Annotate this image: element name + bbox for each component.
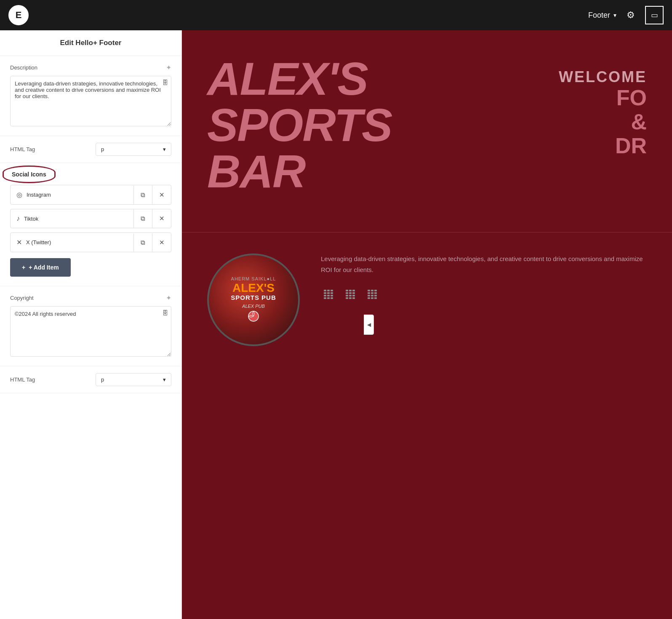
logo-top-text: AHERM SAIKL●LL [231, 276, 276, 281]
copyright-database-icon: 🗄 [162, 310, 168, 316]
tiktok-delete-btn[interactable]: ✕ [152, 209, 171, 228]
logo-sub-text: ALEX PUB [231, 304, 276, 309]
social-icon-2-preview [343, 287, 358, 302]
social-icons-label-wrapper: Social Icons [10, 171, 48, 178]
right-preview: ◀ ALEX'SSPORTSBAR WELCOME FO&DR AHERM SA… [182, 30, 672, 619]
social-icons-preview [321, 287, 647, 302]
instagram-icon: ◎ [16, 191, 22, 199]
html-tag-select[interactable]: p ▾ [96, 143, 171, 156]
top-bar-left: E [8, 5, 29, 25]
tiktok-label[interactable]: ♪ Tiktok [11, 209, 133, 228]
main-area: Edit Hello+ Footer Description ✦ Leverag… [0, 30, 672, 619]
ai-sparkle-icon[interactable]: ✦ [166, 64, 171, 72]
top-bar-right: Footer ▾ ⚙ ▭ [588, 6, 664, 24]
twitter-label[interactable]: ✕ X (Twitter) [11, 233, 133, 252]
social-icon-grid-2 [346, 290, 355, 299]
plus-icon: + [22, 264, 25, 271]
copyright-html-tag-value: p [101, 376, 104, 383]
copyright-section: Copyright ✦ ©2024 All rights reserved 🗄 [0, 286, 181, 366]
tiktok-icon: ♪ [16, 215, 20, 222]
tiktok-text: Tiktok [24, 216, 38, 222]
logo-ball-icon [231, 310, 276, 324]
social-icon-1-preview [321, 287, 336, 302]
logo-letter: E [16, 10, 22, 21]
footer-text: Footer [588, 11, 610, 20]
hero-title: ALEX'SSPORTSBAR [207, 56, 559, 195]
copyright-label-row: Copyright ✦ [10, 294, 171, 302]
social-icons-section: Social Icons ◎ Instagram ⧉ ✕ ♪ Tiktok [0, 163, 181, 286]
description-textarea[interactable]: Leveraging data-driven strategies, innov… [10, 76, 171, 126]
copyright-label: Copyright [10, 295, 34, 301]
panel-header: Edit Hello+ Footer [0, 30, 181, 56]
elementor-logo[interactable]: E [8, 5, 29, 25]
top-bar: E Footer ▾ ⚙ ▭ [0, 0, 672, 30]
select-chevron-icon: ▾ [163, 146, 166, 152]
social-icons-label: Social Icons [10, 170, 48, 179]
footer-label-btn[interactable]: Footer ▾ [588, 11, 616, 20]
copyright-textarea-wrapper: ©2024 All rights reserved 🗄 [10, 306, 171, 358]
description-label: Description [10, 64, 37, 71]
copyright-ai-icon[interactable]: ✦ [166, 294, 171, 302]
copyright-textarea[interactable]: ©2024 All rights reserved [10, 306, 171, 357]
social-item-twitter: ✕ X (Twitter) ⧉ ✕ [10, 232, 171, 252]
gear-icon[interactable]: ⚙ [627, 10, 635, 21]
hero-title-area: ALEX'SSPORTSBAR [207, 56, 559, 195]
hero-right-col: WELCOME FO&DR [559, 56, 647, 158]
instagram-actions: ⧉ ✕ [133, 186, 171, 204]
chevron-down-icon: ▾ [613, 12, 616, 19]
html-tag-row: HTML Tag p ▾ [0, 136, 181, 163]
social-item-tiktok: ♪ Tiktok ⧉ ✕ [10, 209, 171, 228]
copyright-html-tag-select[interactable]: p ▾ [96, 373, 171, 386]
social-item-instagram: ◎ Instagram ⧉ ✕ [10, 185, 171, 205]
logo-main-text: ALEX'S [231, 282, 276, 294]
panel-title: Edit Hello+ Footer [60, 39, 122, 47]
instagram-label[interactable]: ◎ Instagram [11, 185, 133, 204]
html-tag-value: p [101, 146, 104, 152]
social-icon-3-preview [365, 287, 380, 302]
monitor-button[interactable]: ▭ [645, 6, 664, 24]
logo-preview: AHERM SAIKL●LL ALEX'S SPORTS PUB ALEX PU… [207, 253, 300, 346]
collapse-panel-button[interactable]: ◀ [364, 315, 374, 335]
add-item-button[interactable]: + + Add Item [10, 258, 71, 277]
html-tag-label: HTML Tag [10, 146, 35, 152]
add-item-label: + Add Item [29, 264, 59, 271]
tiktok-duplicate-btn[interactable]: ⧉ [134, 209, 152, 228]
logo-sports-text: SPORTS PUB [231, 294, 276, 301]
copyright-html-tag-row: HTML Tag p ▾ [0, 366, 181, 393]
twitter-delete-btn[interactable]: ✕ [152, 233, 171, 252]
collapse-arrow-icon: ◀ [367, 322, 371, 328]
description-textarea-wrapper: Leveraging data-driven strategies, innov… [10, 76, 171, 128]
footer-description-preview: Leveraging data-driven strategies, innov… [321, 253, 647, 275]
twitter-text: X (Twitter) [26, 239, 51, 245]
welcome-text: WELCOME [559, 68, 647, 86]
twitter-x-icon: ✕ [16, 238, 22, 246]
description-label-row: Description ✦ [10, 64, 171, 72]
social-icon-grid-3 [368, 290, 377, 299]
instagram-text: Instagram [27, 192, 51, 198]
instagram-duplicate-btn[interactable]: ⧉ [134, 186, 152, 204]
twitter-actions: ⧉ ✕ [133, 233, 171, 252]
social-icon-grid-1 [324, 290, 333, 299]
copyright-select-chevron-icon: ▾ [163, 376, 166, 383]
twitter-duplicate-btn[interactable]: ⧉ [134, 233, 152, 252]
description-section: Description ✦ Leveraging data-driven str… [0, 56, 181, 136]
hero-section: ALEX'SSPORTSBAR WELCOME FO&DR [182, 30, 672, 232]
monitor-icon: ▭ [651, 11, 658, 20]
hero-partial-text: FO&DR [615, 86, 647, 158]
logo-preview-inner: AHERM SAIKL●LL ALEX'S SPORTS PUB ALEX PU… [231, 276, 276, 324]
tiktok-actions: ⧉ ✕ [133, 209, 171, 228]
footer-preview: AHERM SAIKL●LL ALEX'S SPORTS PUB ALEX PU… [182, 232, 672, 363]
copyright-html-tag-label: HTML Tag [10, 376, 35, 383]
left-panel: Edit Hello+ Footer Description ✦ Leverag… [0, 30, 182, 619]
instagram-delete-btn[interactable]: ✕ [152, 186, 171, 204]
footer-text-col: Leveraging data-driven strategies, innov… [321, 253, 647, 302]
database-icon: 🗄 [162, 79, 168, 86]
